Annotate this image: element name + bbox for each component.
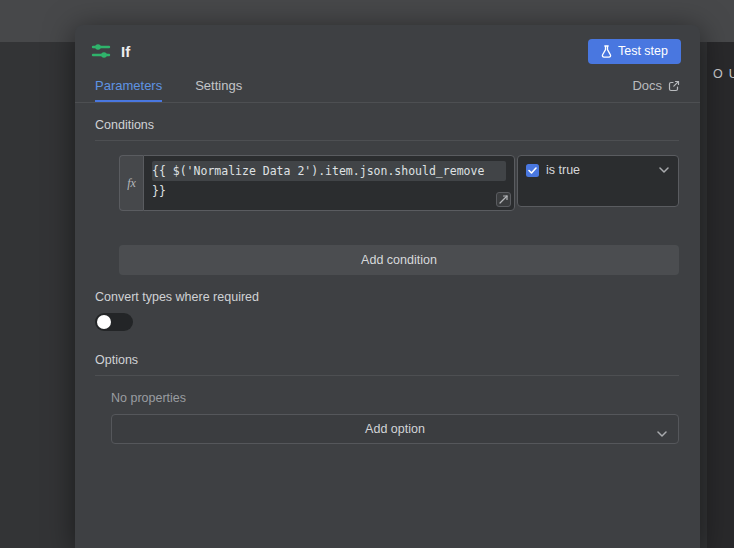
node-settings-modal: If Test step Parameters Settings Docs (75, 25, 700, 548)
add-condition-button[interactable]: Add condition (119, 245, 679, 275)
tab-parameters[interactable]: Parameters (95, 78, 162, 102)
output-panel-label: OU (713, 67, 734, 81)
docs-label: Docs (632, 78, 662, 93)
expression-text-line1: {{ $('Normalize Data 2').item.json.shoul… (152, 164, 484, 178)
options-section-label: Options (95, 353, 679, 367)
toggle-knob (97, 315, 111, 329)
chevron-down-icon (657, 426, 667, 440)
parameters-panel: Conditions fx {{ $('Normalize Data 2').i… (75, 118, 700, 444)
output-panel-edge: OU (707, 42, 734, 548)
docs-link[interactable]: Docs (632, 78, 680, 102)
condition-operator-select[interactable]: is true (517, 155, 679, 207)
operator-label: is true (546, 163, 652, 177)
conditions-divider (95, 140, 679, 141)
test-step-label: Test step (618, 44, 668, 58)
checked-checkbox-icon (526, 164, 539, 177)
expression-mode-toggle[interactable]: fx (119, 155, 143, 211)
if-node-sliders-icon (90, 40, 112, 62)
convert-types-label: Convert types where required (95, 290, 679, 304)
modal-header: If Test step (75, 25, 700, 77)
node-title: If (121, 43, 130, 60)
no-properties-text: No properties (111, 391, 679, 405)
flask-icon (601, 45, 612, 58)
convert-types-toggle[interactable] (95, 313, 133, 331)
external-link-icon (668, 80, 680, 92)
expression-text-line2: }} (152, 181, 506, 201)
condition-row: fx {{ $('Normalize Data 2').item.json.sh… (119, 155, 679, 211)
test-step-button[interactable]: Test step (588, 39, 681, 64)
chevron-down-icon (659, 167, 669, 173)
conditions-section-label: Conditions (95, 118, 679, 132)
add-option-label: Add option (365, 422, 425, 436)
tab-settings[interactable]: Settings (195, 78, 242, 102)
options-divider (95, 375, 679, 376)
expand-expression-icon[interactable] (496, 192, 511, 207)
tab-bar: Parameters Settings Docs (75, 77, 700, 103)
condition-left-expression-input[interactable]: {{ $('Normalize Data 2').item.json.shoul… (143, 155, 515, 211)
add-option-button[interactable]: Add option (111, 414, 679, 444)
ndv-background: OU If Test (0, 0, 734, 548)
